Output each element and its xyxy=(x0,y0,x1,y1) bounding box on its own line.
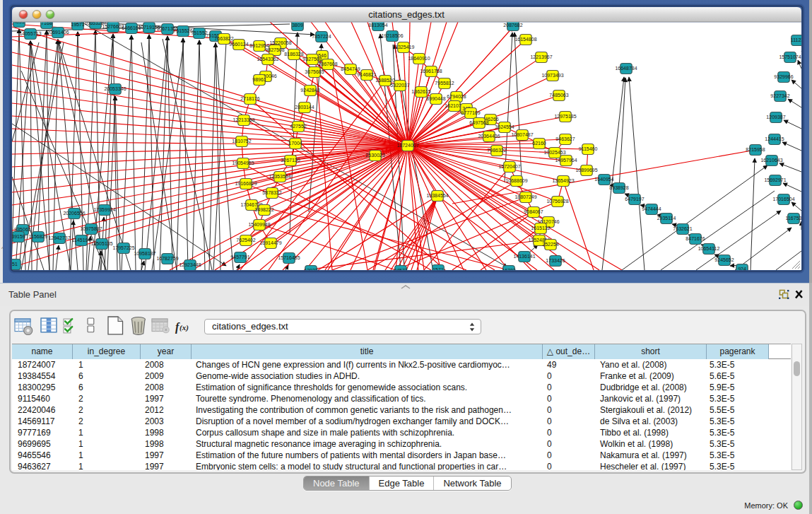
svg-text:14136141: 14136141 xyxy=(513,254,535,259)
svg-text:18807249: 18807249 xyxy=(514,194,536,199)
svg-text:1615132: 1615132 xyxy=(531,226,550,230)
svg-text:7515526: 7515526 xyxy=(173,28,192,33)
svg-text:6497568: 6497568 xyxy=(469,120,488,125)
svg-text:18724007: 18724007 xyxy=(396,143,418,148)
svg-text:7625402: 7625402 xyxy=(236,238,255,243)
svg-text:10654112: 10654112 xyxy=(698,246,720,251)
svg-text:1244415: 1244415 xyxy=(765,136,784,141)
svg-text:10025453: 10025453 xyxy=(543,150,565,155)
svg-text:16210643: 16210643 xyxy=(760,158,782,163)
svg-text:12213369: 12213369 xyxy=(233,117,254,122)
svg-text:8938928: 8938928 xyxy=(609,185,628,190)
svg-text:5322037: 5322037 xyxy=(390,83,409,88)
svg-text:751552: 751552 xyxy=(191,30,207,35)
svg-text:8471676: 8471676 xyxy=(686,236,705,241)
svg-text:9245652: 9245652 xyxy=(714,257,734,262)
svg-text:12975185: 12975185 xyxy=(554,114,576,119)
svg-text:2867608: 2867608 xyxy=(318,62,337,66)
svg-text:17957225: 17957225 xyxy=(112,245,134,250)
svg-text:15409948: 15409948 xyxy=(248,222,270,227)
svg-text:427552: 427552 xyxy=(290,124,306,129)
svg-text:7663822: 7663822 xyxy=(214,36,233,41)
svg-text:12923448: 12923448 xyxy=(179,262,201,267)
svg-text:51: 51 xyxy=(12,262,18,267)
svg-text:20206556: 20206556 xyxy=(63,211,85,216)
svg-text:2718176: 2718176 xyxy=(240,96,259,101)
svg-text:12942737: 12942737 xyxy=(48,235,70,240)
svg-text:1640954: 1640954 xyxy=(594,177,613,182)
svg-text:9146821: 9146821 xyxy=(357,72,376,77)
svg-text:7986322: 7986322 xyxy=(487,148,506,153)
svg-text:11325419: 11325419 xyxy=(393,45,415,49)
svg-text:9463627: 9463627 xyxy=(555,136,575,141)
svg-text:1156829: 1156829 xyxy=(29,234,48,239)
svg-text:20691406: 20691406 xyxy=(47,30,69,35)
svg-text:6479197: 6479197 xyxy=(625,197,644,201)
svg-text:2087682: 2087682 xyxy=(503,23,522,28)
svg-text:7632621: 7632621 xyxy=(673,226,692,231)
svg-text:10899695: 10899695 xyxy=(575,168,597,173)
svg-text:3809: 3809 xyxy=(292,23,303,28)
svg-text:19218506: 19218506 xyxy=(381,33,403,38)
svg-text:9327508: 9327508 xyxy=(302,57,322,62)
svg-text:1810752: 1810752 xyxy=(232,139,251,144)
svg-text:8813054: 8813054 xyxy=(368,23,387,28)
svg-text:2530023: 2530023 xyxy=(365,153,384,158)
svg-text:17004: 17004 xyxy=(288,141,302,146)
svg-text:12353594: 12353594 xyxy=(269,174,290,179)
svg-text:16543362: 16543362 xyxy=(257,57,278,62)
svg-text:8215958: 8215958 xyxy=(746,147,765,152)
svg-text:12505135: 12505135 xyxy=(90,241,112,246)
svg-text:5878332: 5878332 xyxy=(262,190,281,195)
svg-text:(x): (x) xyxy=(180,323,189,332)
svg-text:1733426: 1733426 xyxy=(546,258,565,263)
svg-text:15692971: 15692971 xyxy=(764,177,786,182)
svg-text:1588520: 1588520 xyxy=(375,78,394,83)
svg-text:6794028: 6794028 xyxy=(447,94,466,99)
svg-text:17359924: 17359924 xyxy=(93,207,115,212)
svg-text:8186328: 8186328 xyxy=(284,52,303,57)
svg-text:9827508: 9827508 xyxy=(265,47,284,52)
svg-text:10756928: 10756928 xyxy=(546,199,568,204)
svg-text:18640910: 18640910 xyxy=(408,56,430,61)
svg-text:10973493: 10973493 xyxy=(541,73,563,78)
svg-text:3675685: 3675685 xyxy=(305,69,324,74)
svg-text:citations_edges.txt: citations_edges.txt xyxy=(368,9,445,20)
svg-text:98961: 98961 xyxy=(252,77,266,82)
svg-text:16961758: 16961758 xyxy=(420,69,442,74)
svg-text:39159: 39159 xyxy=(11,234,25,239)
svg-text:10807487: 10807487 xyxy=(511,132,533,137)
svg-text:19166829: 19166829 xyxy=(235,181,257,186)
svg-text:19384554: 19384554 xyxy=(426,193,448,198)
svg-text:9474444: 9474444 xyxy=(642,206,661,211)
svg-text:1209387: 1209387 xyxy=(766,115,785,119)
svg-text:7955812: 7955812 xyxy=(435,81,454,86)
svg-text:9084067: 9084067 xyxy=(524,209,543,214)
svg-text:1362615: 1362615 xyxy=(411,89,430,94)
svg-text:15276602: 15276602 xyxy=(102,24,124,29)
svg-text:9457791: 9457791 xyxy=(230,255,249,259)
svg-text:9660124: 9660124 xyxy=(229,42,248,47)
svg-text:116753: 116753 xyxy=(786,216,802,221)
svg-text:15716485: 15716485 xyxy=(278,255,300,260)
svg-text:8990448: 8990448 xyxy=(426,96,445,101)
svg-text:7857224: 7857224 xyxy=(312,34,331,39)
svg-text:8454749: 8454749 xyxy=(341,66,360,71)
svg-text:2803144: 2803144 xyxy=(295,105,314,110)
svg-text:16648784: 16648784 xyxy=(615,66,637,71)
svg-text:10688609: 10688609 xyxy=(505,178,527,183)
svg-text:15720407: 15720407 xyxy=(498,164,520,169)
svg-text:9777169: 9777169 xyxy=(461,110,480,115)
svg-text:10975887: 10975887 xyxy=(80,226,102,231)
svg-text:17016504: 17016504 xyxy=(772,197,794,201)
svg-text:3624554: 3624554 xyxy=(495,124,514,129)
svg-text:9242848: 9242848 xyxy=(300,88,319,93)
svg-text:19571: 19571 xyxy=(71,22,85,27)
svg-text:13654923: 13654923 xyxy=(552,178,574,183)
svg-text:3498222: 3498222 xyxy=(254,207,273,212)
svg-text:16154808: 16154808 xyxy=(514,37,536,42)
svg-text:19054985: 19054985 xyxy=(232,160,254,165)
svg-text:15751074: 15751074 xyxy=(779,54,801,59)
svg-text:20053346: 20053346 xyxy=(104,86,126,91)
svg-text:1145194: 1145194 xyxy=(72,238,91,243)
